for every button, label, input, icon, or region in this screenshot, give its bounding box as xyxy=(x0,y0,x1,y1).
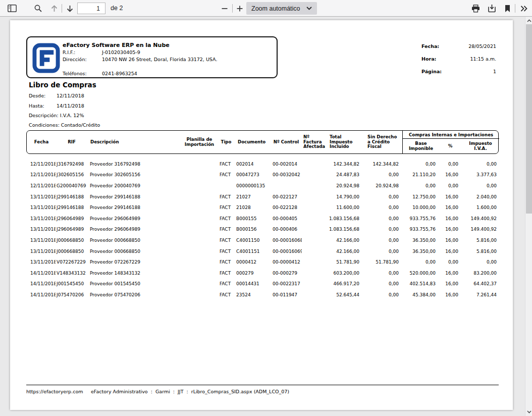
footer-url-link[interactable]: https://efactoryerp.com xyxy=(26,389,83,394)
previous-page-button[interactable] xyxy=(47,2,61,15)
date-value: 28/05/2021 xyxy=(468,43,496,49)
to-label: Hasta: xyxy=(29,103,44,109)
scrollbar-up-button[interactable] xyxy=(525,17,532,24)
report-meta: Fecha: 28/05/2021 Hora: 11:15 a.m. Págin… xyxy=(411,43,497,81)
chevron-up-icon xyxy=(527,19,531,22)
page-label: Página: xyxy=(421,69,442,74)
page-count-label: de 2 xyxy=(111,5,123,12)
table-row: 13/11/2018 J296064989 Proveedor 29606498… xyxy=(26,224,499,235)
report-conditions-line: Condiciones: Contado/Crédito xyxy=(29,122,100,128)
download-icon xyxy=(488,4,496,13)
group-header-title: Compras Internas e Importaciones xyxy=(403,131,499,139)
zoom-in-button[interactable] xyxy=(233,2,246,15)
col-header-percent: % xyxy=(439,139,461,153)
company-phones-line: Teléfonos: 0241-8963254 xyxy=(63,71,87,76)
address-label: Dirección: xyxy=(63,57,87,62)
col-header-sin-derecho: Sin Derecho a Crédito Fiscal xyxy=(363,131,402,153)
sidebar-toggle-button[interactable] xyxy=(5,2,19,15)
table-row: 13/11/2018 J299146188 Proveedor 29914618… xyxy=(26,191,499,202)
col-header-tipo: Tipo xyxy=(217,131,236,153)
bookmark-icon xyxy=(504,5,511,13)
col-header-control: Nº Control xyxy=(270,131,302,153)
phones-value: 0241-8963254 xyxy=(102,71,137,76)
vertical-scrollbar[interactable] xyxy=(525,17,532,416)
col-header-factura-afectada: Nº Factura Afectada xyxy=(302,131,329,153)
zoom-select[interactable]: Zoom automático xyxy=(246,2,317,15)
printer-icon xyxy=(471,5,480,13)
phones-label: Teléfonos: xyxy=(63,71,87,76)
sidebar-toggle-icon xyxy=(8,5,17,12)
arrow-down-icon xyxy=(66,5,74,13)
table-row: 12/11/2018 J302605156 Proveedor 30260515… xyxy=(26,170,499,181)
col-header-documento: Documento xyxy=(236,131,270,153)
col-header-fecha: Fecha xyxy=(27,131,56,153)
download-button[interactable] xyxy=(485,2,499,15)
company-address-line: Dirección: 10470 NW 26 Street, Doral, Fl… xyxy=(63,57,87,62)
next-page-button[interactable] xyxy=(63,2,77,15)
more-tools-button[interactable] xyxy=(517,2,530,15)
scrollbar-down-button[interactable] xyxy=(525,408,532,415)
zoom-out-button[interactable] xyxy=(218,2,231,15)
page-number-input[interactable] xyxy=(77,3,105,14)
toolbar-divider xyxy=(515,4,515,13)
chevron-down-icon xyxy=(527,410,531,413)
group-header-box: Compras Internas e Importaciones Base Im… xyxy=(402,131,499,153)
table-row: 12/11/2018 J316792498 Proveedor 31679249… xyxy=(26,159,499,170)
from-label: Desde: xyxy=(29,93,45,98)
col-header-total-impuesto: Total Impuesto Incluido xyxy=(329,131,363,153)
page-value: 1 xyxy=(493,69,496,74)
table-row: 13/11/2018 J000668850 Proveedor 00066885… xyxy=(26,235,499,246)
print-button[interactable] xyxy=(469,2,483,15)
search-icon xyxy=(34,4,42,13)
table-row: 14/11/2018 V148343132 Proveedor 14834313… xyxy=(26,268,499,279)
scrollbar-thumb[interactable] xyxy=(526,24,532,214)
table-body: 12/11/2018 J316792498 Proveedor 31679249… xyxy=(26,159,499,300)
efactory-logo-icon xyxy=(32,42,60,74)
footer-rule xyxy=(26,385,499,385)
date-label: Fecha: xyxy=(421,43,439,49)
table-row: 13/11/2018 J000668850 Proveedor 00066885… xyxy=(26,246,499,257)
to-value: 14/11/2018 xyxy=(57,103,84,109)
report-description-line: Descripción: I.V.A. 12% xyxy=(29,113,84,118)
table-row: 12/11/2018 G200040769 Proveedor 20004076… xyxy=(26,180,499,191)
plus-icon xyxy=(236,5,243,12)
col-header-descripcion: Descripción xyxy=(87,131,182,153)
minus-icon xyxy=(221,5,228,12)
company-header-box: eFactory Software ERP en la Nube R.I.F.:… xyxy=(26,36,278,78)
footer-info: eFactory Administrativo : Garmi : JJT : … xyxy=(91,389,289,394)
report-title: Libro de Compras xyxy=(29,81,96,89)
address-value: 10470 NW 26 Street, Doral, Florida 33172… xyxy=(102,57,217,62)
table-row: 13/11/2018 J299146188 Proveedor 29914618… xyxy=(26,202,499,213)
toolbar-divider xyxy=(62,4,62,13)
table-row: 13/11/2018 V072267229 Proveedor 07226722… xyxy=(26,256,499,268)
company-name: eFactory Software ERP en la Nube xyxy=(63,42,170,48)
col-header-base-imponible: Base Imponible xyxy=(403,139,439,153)
table-row: 14/11/2018 J075470206 Proveedor 07547020… xyxy=(26,289,499,300)
col-header-rif: RIF xyxy=(56,131,87,153)
time-value: 11:15 a.m. xyxy=(470,56,496,62)
report-from-line: Desde: 12/11/2018 xyxy=(29,93,45,98)
company-rif-line: R.I.F.: J-0102030405-9 xyxy=(63,49,75,55)
time-label: Hora: xyxy=(421,56,436,62)
from-value: 12/11/2018 xyxy=(57,93,84,98)
pdf-toolbar: de 2 Zoom automático xyxy=(0,0,532,17)
table-row: 14/11/2018 J001545450 Proveedor 00154545… xyxy=(26,279,499,290)
report-to-line: Hasta: 14/11/2018 xyxy=(29,103,44,109)
bookmark-button[interactable] xyxy=(501,2,514,15)
arrow-up-icon xyxy=(50,5,58,13)
pdf-viewer-area: eFactory Software ERP en la Nube R.I.F.:… xyxy=(0,17,532,416)
col-header-planilla: Planilla de Importación xyxy=(182,131,217,153)
pdf-page: eFactory Software ERP en la Nube R.I.F.:… xyxy=(10,20,513,410)
chevron-down-icon xyxy=(306,7,312,10)
rif-value: J-0102030405-9 xyxy=(102,49,140,55)
double-chevron-right-icon xyxy=(520,5,528,12)
table-row: 13/11/2018 J296064989 Proveedor 29606498… xyxy=(26,213,499,224)
table-header: Fecha RIF Descripción Planilla de Import… xyxy=(26,130,499,154)
find-button[interactable] xyxy=(31,2,45,15)
col-header-impuesto-iva: Impuesto I.V.A. xyxy=(461,139,500,153)
rif-label: R.I.F.: xyxy=(63,49,75,55)
zoom-select-label: Zoom automático xyxy=(251,5,302,12)
